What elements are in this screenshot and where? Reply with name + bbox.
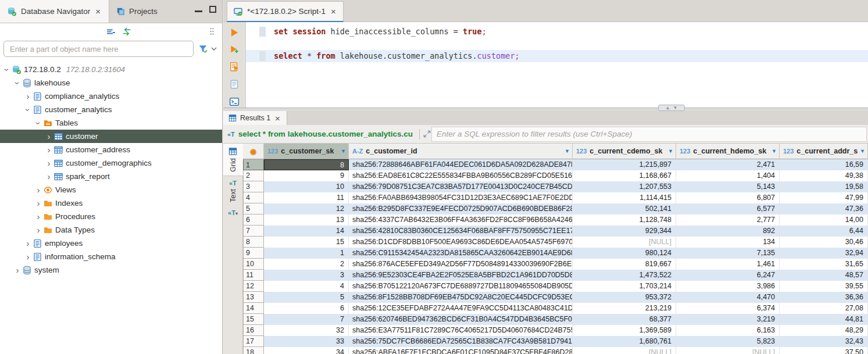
cell-c_customer_sk[interactable]: 4 [264,281,349,292]
chevron-collapsed-icon[interactable]: › [34,199,42,208]
close-icon[interactable]: × [330,7,337,16]
tree-item-data-types[interactable]: ›Data Types [0,223,222,237]
row-number[interactable]: 2 [243,170,264,181]
column-header-c_customer_id[interactable]: A-Zc_customer_id▼ [349,144,573,159]
cell-c_current_cdemo_sk[interactable]: 819,667 [573,259,676,270]
cell-c_current_cdemo_sk[interactable]: [NULL] [573,237,676,248]
row-number[interactable]: 11 [243,270,264,281]
cell-c_current_hdemo_sk[interactable]: 6,374 [676,303,780,314]
cell-c_customer_sk[interactable]: 34 [264,347,349,354]
cell-c_current_cdemo_sk[interactable]: 1,215,897 [573,159,676,170]
cell-c_current_hdemo_sk[interactable]: 6,247 [676,270,780,281]
open-sql-console-button[interactable] [228,95,241,108]
sort-dropdown-icon[interactable]: ▼ [668,148,673,154]
cell-c_current_hdemo_sk[interactable]: 1,461 [676,259,780,270]
cell-c_current_addr_sk[interactable]: 47,36 [780,203,868,214]
tree-item-compliance-analytics[interactable]: ›compliance_analytics [0,90,222,103]
chevron-collapsed-icon[interactable]: › [34,213,42,221]
close-icon[interactable]: × [274,114,281,123]
cell-c_current_addr_sk[interactable]: 19,58 [780,181,868,192]
code-line-1[interactable]: set session hide_inaccessible_columns = … [246,26,868,38]
cell-c_current_hdemo_sk[interactable]: 6,807 [676,192,780,203]
column-header-c_current_addr_sk[interactable]: 123c_current_addr_sk▼ [780,144,868,159]
cell-c_customer_sk[interactable]: 33 [264,336,349,347]
cell-c_customer_sk[interactable]: 11 [264,192,349,203]
row-number[interactable]: 14 [243,303,264,314]
chevron-collapsed-icon[interactable]: › [34,226,42,234]
cell-c_customer_sk[interactable]: 9 [264,170,349,181]
cell-c_customer_id[interactable]: sha256:B705122120A673FC7DE6889727DB11809… [349,281,573,292]
cell-c_customer_id[interactable]: sha256:EAD8E61C8C22E555834FBBA9B60556CB2… [349,170,573,181]
chevron-collapsed-icon[interactable]: › [45,146,53,154]
cell-c_current_addr_sk[interactable]: 6,44 [780,226,868,237]
chevron-collapsed-icon[interactable]: › [45,159,53,167]
cell-c_current_addr_sk[interactable]: 14,00 [780,214,868,226]
row-number[interactable]: 12 [243,281,264,292]
row-number[interactable]: 10 [243,259,264,270]
column-header-c_customer_sk[interactable]: 123c_customer_sk▼ [264,144,349,159]
cell-c_current_cdemo_sk[interactable]: 1,168,667 [573,170,676,181]
cell-c_current_addr_sk[interactable]: 27,08 [780,303,868,314]
cell-c_current_hdemo_sk[interactable]: 2,777 [676,214,780,226]
tree-item-customer-address[interactable]: ›customer_address [0,143,222,156]
cell-c_current_addr_sk[interactable]: 48,29 [780,325,868,336]
row-number[interactable]: 7 [243,226,264,237]
minimize-icon[interactable] [195,10,202,12]
cell-c_current_cdemo_sk[interactable]: [NULL] [573,347,676,354]
chevron-expanded-icon[interactable]: › [13,79,22,87]
filter-settings-icon[interactable] [198,44,208,54]
tree-item-customer[interactable]: ›customer [0,130,222,143]
chevron-down-icon[interactable] [210,45,217,52]
row-number[interactable]: 5 [243,203,264,214]
tab-database-navigator[interactable]: Database Navigator × [0,0,109,23]
tree-item-lakehouse[interactable]: ›lakehouse [0,76,222,90]
cell-c_current_addr_sk[interactable]: 47,99 [780,192,868,203]
cell-c_customer_sk[interactable]: 12 [264,203,349,214]
sql-code-area[interactable]: set session hide_inaccessible_columns = … [246,22,868,108]
cell-c_customer_sk[interactable]: 2 [264,259,349,270]
cell-c_customer_id[interactable]: sha256:876ACE5EFED349A2D56F77D5084891433… [349,259,573,270]
cell-c_customer_id[interactable]: sha256:75DC7FCB6686EDA72565C1B838CA7FC43… [349,336,573,347]
cell-c_customer_sk[interactable]: 32 [264,325,349,336]
cell-c_current_hdemo_sk[interactable]: 134 [676,237,780,248]
tree-item-customer-demographics[interactable]: ›customer_demographics [0,156,222,170]
object-filter-input[interactable] [3,41,194,57]
cell-c_current_hdemo_sk[interactable]: 7,135 [676,248,780,259]
tree-item-tables[interactable]: ›Tables [0,116,222,130]
cell-c_current_addr_sk[interactable]: 32,43 [780,336,868,347]
chevron-collapsed-icon[interactable]: › [45,173,53,181]
execute-new-tab-button[interactable] [228,44,241,56]
cell-c_current_hdemo_sk[interactable]: 3,219 [676,314,780,325]
tree-item-views[interactable]: ›Views [0,183,222,196]
cell-c_current_cdemo_sk[interactable]: 980,124 [573,248,676,259]
chevron-collapsed-icon[interactable]: › [24,92,32,101]
results-filter-input[interactable]: Enter a SQL expression to filter results… [431,127,867,142]
cell-c_customer_id[interactable]: sha256:B295D8FC337E9E4FECD0725D907ACD6B6… [349,203,573,214]
cell-c_customer_sk[interactable]: 10 [264,181,349,192]
cell-c_current_addr_sk[interactable]: 44,81 [780,314,868,325]
row-number[interactable]: 15 [243,314,264,325]
row-number[interactable]: 18 [243,347,264,354]
grid-corner-cell[interactable]: ◉ [243,144,264,159]
cell-c_current_addr_sk[interactable]: 37,50 [780,347,868,354]
cell-c_current_addr_sk[interactable]: 30,46 [780,237,868,248]
tree-item-indexes[interactable]: ›Indexes [0,196,222,210]
row-number[interactable]: 13 [243,292,264,303]
cell-c_customer_sk[interactable]: 13 [264,214,349,226]
cell-c_current_cdemo_sk[interactable]: 1,473,522 [573,270,676,281]
cell-c_customer_sk[interactable]: 14 [264,226,349,237]
row-number[interactable]: 17 [243,336,264,347]
cell-c_current_hdemo_sk[interactable]: 6,577 [676,203,780,214]
cell-c_current_cdemo_sk[interactable]: 502,141 [573,203,676,214]
cell-c_current_cdemo_sk[interactable]: 1,128,748 [573,214,676,226]
cell-c_customer_id[interactable]: sha256:79D08751C3EA7C83BA57D177E00413D0C… [349,181,573,192]
cell-c_customer_sk[interactable]: 3 [264,270,349,281]
cell-c_customer_sk[interactable]: 8 [264,159,349,170]
tree-item-procedures[interactable]: ›Procedures [0,210,222,223]
cell-c_customer_sk[interactable]: 1 [264,248,349,259]
cell-c_current_addr_sk[interactable]: 49,38 [780,170,868,181]
chevron-collapsed-icon[interactable]: › [45,133,53,141]
cell-c_customer_id[interactable]: sha256:12CE35EFDABF272A4A47E9FA9CC5D4113… [349,303,573,314]
execute-statement-button[interactable] [228,27,241,39]
cell-c_customer_id[interactable]: sha256:E3A77511F81C7289C76C4065217D5D406… [349,325,573,336]
